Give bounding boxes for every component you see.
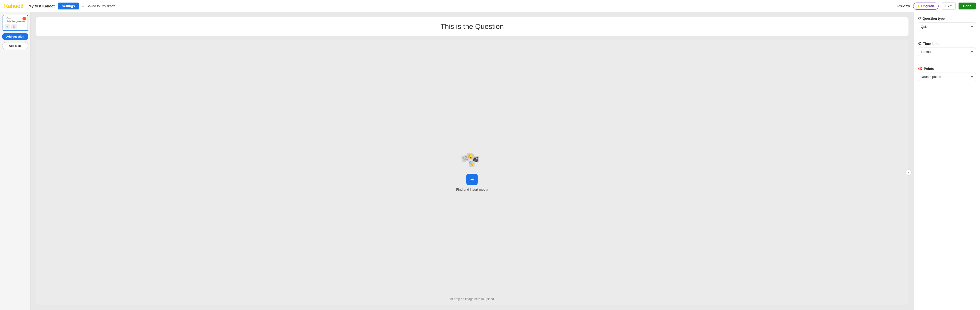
right-panel: ↺ Question type Quiz ⏱ Time limit 1 minu…: [913, 12, 980, 310]
time-limit-icon: ⏱: [918, 42, 921, 45]
saved-check-icon: ✓: [82, 4, 85, 8]
upgrade-label: Upgrade: [921, 4, 935, 8]
card-duplicate-button[interactable]: ⊞: [5, 24, 10, 29]
points-section: 🎯 Points Double points Standard No point…: [918, 66, 976, 81]
points-label: Points: [924, 67, 934, 70]
duplicate-icon: ⊞: [6, 25, 8, 28]
question-title-bar[interactable]: This is the Question: [36, 18, 908, 36]
image-icon: 🖼: [13, 25, 15, 28]
points-select-wrapper: Double points Standard No points: [918, 73, 976, 81]
upgrade-star-icon: ✦: [917, 4, 920, 8]
add-media-icon: +: [470, 176, 474, 183]
media-icon-4: ✏️: [469, 161, 474, 167]
nav-right: Preview ✦ Upgrade Exit Done: [897, 3, 976, 10]
top-nav: Kahoot! My first Kahoot Settings ✓ Saved…: [0, 0, 980, 12]
points-select[interactable]: Double points Standard No points: [918, 73, 976, 81]
time-limit-select-wrapper: 1 minute 30 seconds 2 minutes: [918, 48, 976, 56]
upgrade-button[interactable]: ✦ Upgrade: [913, 3, 939, 10]
add-slide-button[interactable]: Add slide: [2, 42, 29, 50]
question-card-text: This is the Question: [5, 20, 26, 23]
time-limit-select[interactable]: 1 minute 30 seconds 2 minutes: [918, 48, 976, 56]
question-title-text: This is the Question: [441, 22, 504, 30]
points-title: 🎯 Points: [918, 66, 976, 70]
expand-button[interactable]: ›: [905, 169, 912, 176]
card-warning-badge: !: [22, 17, 26, 21]
saved-status: ✓ Saved to: My drafts: [82, 4, 115, 8]
kahoot-logo: Kahoot!: [4, 3, 24, 10]
time-limit-label: Time limit: [923, 42, 939, 45]
kahoot-title: My first Kahoot: [29, 4, 55, 8]
media-icon-area: 🖼 😊 🎬 ✏️ + Find and insert media: [456, 153, 488, 192]
question-type-title: ↺ Question type: [918, 16, 976, 21]
question-type-select-wrapper: Quiz: [918, 22, 976, 31]
expand-icon: ›: [908, 171, 909, 174]
exit-button[interactable]: Exit: [942, 3, 956, 10]
media-area: 🖼 😊 🎬 ✏️ + Find and insert media or drop…: [36, 40, 908, 305]
time-limit-section: ⏱ Time limit 1 minute 30 seconds 2 minut…: [918, 42, 976, 56]
sidebar: 1 Quiz This is the Question ⊞ 🖼 ! Add qu…: [0, 12, 31, 310]
media-icons-cluster: 🖼 😊 🎬 ✏️: [462, 153, 482, 171]
panel-divider-2: [918, 61, 976, 61]
settings-button[interactable]: Settings: [58, 3, 79, 10]
question-type-section: ↺ Question type Quiz: [918, 16, 976, 31]
add-media-button[interactable]: +: [466, 174, 477, 185]
question-type-label: Question type: [923, 17, 945, 21]
preview-button[interactable]: Preview: [897, 4, 910, 8]
main-layout: 1 Quiz This is the Question ⊞ 🖼 ! Add qu…: [0, 12, 980, 310]
saved-text: Saved to: My drafts: [87, 4, 115, 8]
question-type-select[interactable]: Quiz: [918, 22, 976, 31]
time-limit-title: ⏱ Time limit: [918, 42, 976, 45]
content-area: This is the Question 🖼 😊 🎬 ✏️ + Find and…: [31, 12, 913, 310]
find-media-text: Find and insert media: [456, 188, 488, 192]
card-image-button[interactable]: 🖼: [11, 24, 17, 29]
drop-image-text: or drop an image here to upload: [450, 297, 494, 301]
add-question-button[interactable]: Add question: [2, 33, 29, 40]
points-icon: 🎯: [918, 66, 922, 70]
question-card-1[interactable]: 1 Quiz This is the Question ⊞ 🖼 !: [3, 15, 28, 31]
done-button[interactable]: Done: [959, 3, 976, 10]
question-type-icon: ↺: [918, 16, 921, 21]
question-card-actions: ⊞ 🖼: [5, 24, 26, 29]
